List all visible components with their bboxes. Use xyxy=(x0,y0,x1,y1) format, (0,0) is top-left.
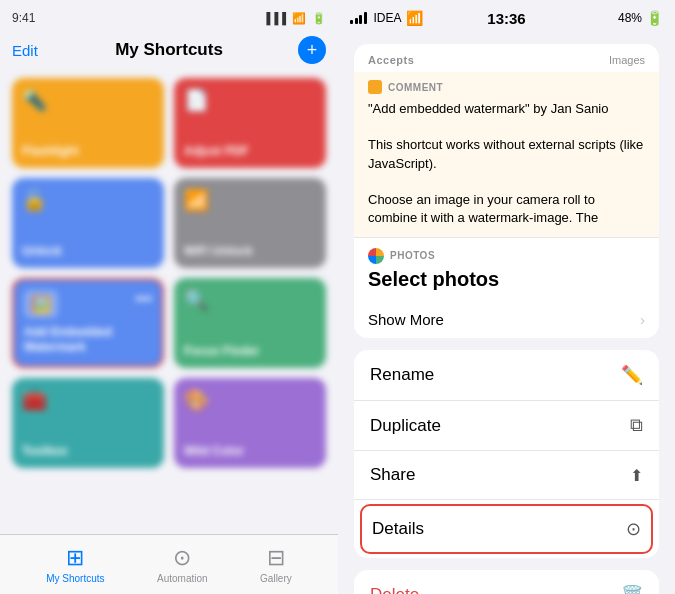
shortcut-card[interactable]: 🧰 Toolbox xyxy=(12,378,164,468)
right-content: Accepts Images COMMENT "Add embedded wat… xyxy=(338,36,675,594)
card-label: Focus Finder xyxy=(184,344,259,358)
carrier-name: IDEA xyxy=(374,11,402,25)
card-label: Unlock xyxy=(22,244,62,258)
delete-item[interactable]: Delete 🗑️ xyxy=(354,570,659,594)
trash-icon: 🗑️ xyxy=(621,584,643,594)
left-status-time: 9:41 xyxy=(12,11,35,25)
card-icon: 🔦 xyxy=(22,88,47,112)
rename-label: Rename xyxy=(370,365,434,385)
card-icon: 📄 xyxy=(184,88,209,112)
accepts-header: Accepts Images xyxy=(354,44,659,72)
pencil-icon: ✏️ xyxy=(621,364,643,386)
signal-area: IDEA 📶 xyxy=(350,10,423,26)
shortcut-card[interactable]: 📶 WiFi Unlock xyxy=(174,178,326,268)
left-status-bar: 9:41 ▐▐▐ 📶 🔋 xyxy=(0,0,338,36)
gallery-tab-icon: ⊟ xyxy=(267,545,285,571)
shortcut-card[interactable]: 🔍 Focus Finder xyxy=(174,278,326,368)
share-label: Share xyxy=(370,465,415,485)
photos-tag-label: PHOTOS xyxy=(390,250,435,261)
comment-text: "Add embedded watermark" by Jan Sanio Th… xyxy=(368,100,645,227)
chevron-right-icon: › xyxy=(640,311,645,328)
accepts-value: Images xyxy=(609,54,645,66)
comment-block: COMMENT "Add embedded watermark" by Jan … xyxy=(354,72,659,237)
card-icon: 🔍 xyxy=(184,288,209,312)
duplicate-icon: ⧉ xyxy=(630,415,643,436)
photos-icon xyxy=(368,248,384,264)
photos-title: Select photos xyxy=(368,268,645,291)
back-button[interactable]: Edit xyxy=(12,42,38,59)
card-image-icon: 🖼️ xyxy=(24,290,58,318)
left-signal-icon: ▐▐▐ xyxy=(263,12,286,24)
tab-label: Gallery xyxy=(260,573,292,584)
status-time: 13:36 xyxy=(487,10,525,27)
add-button[interactable]: + xyxy=(298,36,326,64)
card-label: Toolbox xyxy=(22,444,68,458)
card-label: Adjust PDF xyxy=(184,144,249,158)
comment-tag-row: COMMENT xyxy=(368,80,645,94)
delete-label: Delete xyxy=(370,585,419,594)
menu-card: Rename ✏️ Duplicate ⧉ Share ⬆ Details ⊙ xyxy=(354,350,659,558)
details-item[interactable]: Details ⊙ xyxy=(360,504,653,554)
share-icon: ⬆ xyxy=(630,466,643,485)
card-more-icon[interactable]: ••• xyxy=(135,290,152,308)
details-icon: ⊙ xyxy=(626,518,641,540)
shortcut-card[interactable]: 🎨 Wild Color xyxy=(174,378,326,468)
show-more-row[interactable]: Show More › xyxy=(354,301,659,338)
signal-bars xyxy=(350,12,367,24)
page-title: My Shortcuts xyxy=(115,40,223,60)
tab-my-shortcuts[interactable]: ⊞ My Shortcuts xyxy=(46,545,104,584)
accepts-card: Accepts Images COMMENT "Add embedded wat… xyxy=(354,44,659,338)
duplicate-label: Duplicate xyxy=(370,416,441,436)
comment-tag-label: COMMENT xyxy=(388,82,443,93)
shortcuts-grid: 🔦 Flashlight 📄 Adjust PDF 🔓 Unlock 📶 WiF… xyxy=(0,70,338,476)
shortcuts-tab-icon: ⊞ xyxy=(66,545,84,571)
shortcut-card[interactable]: 🔦 Flashlight xyxy=(12,78,164,168)
left-wifi-icon: 📶 xyxy=(292,12,306,25)
right-status-bar: IDEA 📶 13:36 48% 🔋 xyxy=(338,0,675,36)
tab-bar: ⊞ My Shortcuts ⊙ Automation ⊟ Gallery xyxy=(0,534,338,594)
featured-shortcut-card[interactable]: 🖼️ ••• Add EmbeddedWatermark xyxy=(12,278,164,368)
battery-icon: 🔋 xyxy=(646,10,663,26)
rename-item[interactable]: Rename ✏️ xyxy=(354,350,659,401)
card-label: Wild Color xyxy=(184,444,244,458)
photos-block: PHOTOS Select photos xyxy=(354,238,659,301)
details-label: Details xyxy=(372,519,424,539)
card-icon: 📶 xyxy=(184,188,209,212)
right-panel: IDEA 📶 13:36 48% 🔋 Accepts Images COMMEN… xyxy=(338,0,675,594)
card-label: WiFi Unlock xyxy=(184,244,253,258)
tab-label: Automation xyxy=(157,573,208,584)
card-icon: 🎨 xyxy=(184,388,209,412)
tab-gallery[interactable]: ⊟ Gallery xyxy=(260,545,292,584)
duplicate-item[interactable]: Duplicate ⧉ xyxy=(354,401,659,451)
photos-tag-row: PHOTOS xyxy=(368,248,645,264)
left-header: Edit My Shortcuts + xyxy=(0,36,338,70)
tab-label: My Shortcuts xyxy=(46,573,104,584)
card-icon: 🧰 xyxy=(22,388,47,412)
add-icon: + xyxy=(307,40,318,61)
shortcut-card[interactable]: 🔓 Unlock xyxy=(12,178,164,268)
card-label: Flashlight xyxy=(22,144,79,158)
tab-automation[interactable]: ⊙ Automation xyxy=(157,545,208,584)
battery-percent: 48% xyxy=(618,11,642,25)
left-panel: 9:41 ▐▐▐ 📶 🔋 Edit My Shortcuts + 🔦 Flash… xyxy=(0,0,338,594)
comment-dot-icon xyxy=(368,80,382,94)
accepts-label: Accepts xyxy=(368,54,414,66)
shortcut-card[interactable]: 📄 Adjust PDF xyxy=(174,78,326,168)
battery-area: 48% 🔋 xyxy=(618,10,663,26)
show-more-label: Show More xyxy=(368,311,444,328)
automation-tab-icon: ⊙ xyxy=(173,545,191,571)
left-battery-icon: 🔋 xyxy=(312,12,326,25)
card-label: Add EmbeddedWatermark xyxy=(24,325,112,356)
wifi-icon: 📶 xyxy=(406,10,423,26)
card-icon: 🔓 xyxy=(22,188,47,212)
share-item[interactable]: Share ⬆ xyxy=(354,451,659,500)
